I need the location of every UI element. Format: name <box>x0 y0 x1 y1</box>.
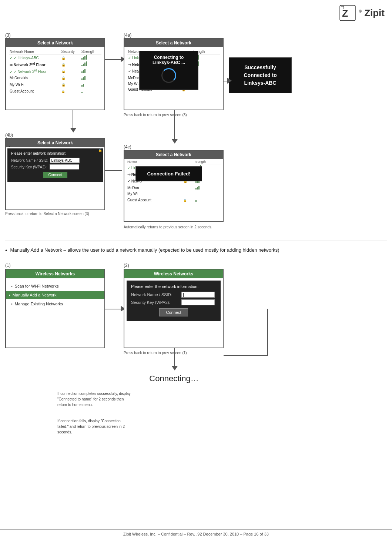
label-screen2: (2) <box>124 263 129 268</box>
connecting-desc2: If connection fails, display "Connection… <box>57 418 143 435</box>
key-label-2: Security Key (WPA2): <box>131 300 179 305</box>
wireless-header-2: Wireless Networks <box>124 269 223 278</box>
connecting-overlay-subtitle: Linksys-ABC ... <box>145 60 193 65</box>
table-row: Guest Account🔒 <box>127 197 221 203</box>
screen-wireless-2: Wireless Networks Please enter the netwo… <box>124 269 224 348</box>
key-input-2[interactable] <box>181 299 215 305</box>
network-table-3: Network Name Security Strength ✓ Linksys… <box>9 49 101 95</box>
wireless-header-1: Wireless Networks <box>6 269 104 278</box>
page-footer: Zipit Wireless, Inc. – Confidential – Re… <box>0 529 392 536</box>
key-input-4b[interactable] <box>50 164 79 170</box>
form-overlay-4b: Please enter network information: Networ… <box>7 148 103 182</box>
screen-4c-header: Select a Network <box>124 151 223 159</box>
connecting-title: Connecting… <box>111 374 237 383</box>
form-row-ssid-2: Network Name / SSID: <box>131 292 216 298</box>
form-row-key-4b: Security Key (WPA2): <box>11 164 99 170</box>
form-row-key-2: Security Key (WPA2): <box>131 299 216 305</box>
wireless-body-1: • Scan for Wi-Fi Networks • Manually Add… <box>6 278 104 312</box>
label-4b: (4b) <box>5 133 13 138</box>
ssid-input-2[interactable] <box>181 292 215 298</box>
bullet-section: • Manually Add a Network – allows the us… <box>5 247 387 254</box>
back-label-4b: Press back to return to Select a Network… <box>5 212 89 216</box>
form-overlay-2: Please enter the network information: Ne… <box>127 281 221 321</box>
ssid-label-4b: Network Name / SSID: <box>11 158 48 162</box>
label-4a: (4a) <box>124 33 131 38</box>
table-row: My Wi-Fi 🔒 <box>9 81 101 88</box>
screen-wireless-1: Wireless Networks • Scan for Wi-Fi Netwo… <box>5 269 105 348</box>
table-row: ✓ Linksys-ABC 🔒 <box>9 54 101 61</box>
table-row: McDon <box>127 184 221 191</box>
arrow-2-to-connecting-v <box>174 348 175 367</box>
back-label-screen2: Press back to return to prev screen (1) <box>124 351 187 355</box>
screen-4a-header: Select a Network <box>124 39 223 47</box>
back-label-4a: Press back to return to prev screen (3) <box>124 113 187 117</box>
menu-item-manage: • Manage Existing Networks <box>11 300 99 308</box>
form-row-ssid-4b: Network Name / SSID: <box>11 158 99 163</box>
arrow-4a-to-4b-head <box>70 128 76 133</box>
logo: Z ® Zipit <box>338 4 385 22</box>
auto-return-label: Automatically returns to previous screen… <box>124 225 212 229</box>
table-row: McDonalds 🔒 <box>9 75 101 81</box>
divider <box>5 241 387 241</box>
footer-text: Zipit Wireless, Inc. – Confidential – Re… <box>123 532 269 536</box>
arrow-2-to-connecting-head <box>172 366 178 370</box>
screen-4c: Select a Network Netwotrength ✓ Linksys … <box>124 150 224 222</box>
bullet-text: Manually Add a Network – allows the user… <box>10 247 279 253</box>
connect-button-2[interactable]: Connect <box>159 308 188 316</box>
ssid-input-4b[interactable] <box>50 158 80 163</box>
logo-text: ® Zipit <box>359 7 385 19</box>
key-label-4b: Security Key (WPA2): <box>11 165 48 169</box>
table-row: My Wi- <box>127 191 221 197</box>
form-title-2: Please enter the network information: <box>131 284 216 289</box>
menu-item-manually-add[interactable]: • Manually Add a Network <box>6 291 104 299</box>
table-row: ⇒ Network 2nd Floor 🔒 <box>9 61 101 68</box>
screen-3-header: Select a Network <box>6 39 104 47</box>
table-row: Guest Account 🔒 <box>9 88 101 95</box>
success-box: Successfully Connected to Linksys-ABC <box>229 57 292 93</box>
arrow-4a-to-4c-v <box>174 110 175 140</box>
arrow-back-2-to-1-v <box>267 309 268 355</box>
arrow-4a-success-head <box>227 78 232 84</box>
table-row: ✓ Network 3rd Floor 🔒 <box>9 68 101 74</box>
arrow-1-to-2 <box>105 309 122 309</box>
connection-failed-overlay: Connection Failed! <box>135 166 202 181</box>
label-3: (3) <box>5 33 11 38</box>
arrow-back-2-to-1-h <box>224 355 268 356</box>
label-4c: (4c) <box>124 144 131 150</box>
label-screen1: (1) <box>5 263 11 268</box>
connecting-overlay-title: Connecting to <box>145 55 193 60</box>
connecting-desc1: If connection completes successfully, di… <box>57 391 143 407</box>
menu-item-scan: • Scan for Wi-Fi Networks <box>11 282 99 290</box>
screen-4a: Select a Network Networtrength ✓ Linksys… <box>124 38 224 110</box>
ssid-label-2: Network Name / SSID: <box>131 292 179 297</box>
arrow-4b-to-4a <box>105 170 122 171</box>
connecting-spinner <box>161 68 176 83</box>
connect-button-4b[interactable]: Connect <box>43 172 67 178</box>
connecting-overlay-4a: Connecting to Linksys-ABC ... <box>139 51 198 90</box>
menu-item-manage-label: Manage Existing Networks <box>15 302 63 306</box>
screen-4b: Select a Network ✓ Please enter network … <box>5 138 105 210</box>
arrow-3-to-4a <box>105 59 122 60</box>
arrow-4a-to-4b-v <box>73 110 73 129</box>
svg-text:Z: Z <box>342 8 348 19</box>
zipit-logo-icon: Z <box>338 4 357 22</box>
screen-3: Select a Network Network Name Security S… <box>5 38 105 110</box>
bullet-point: • <box>5 247 7 254</box>
menu-item-manually-add-label: Manually Add a Network <box>13 293 57 297</box>
arrow-4a-to-4c-head <box>172 139 178 144</box>
menu-item-scan-label: Scan for Wi-Fi Networks <box>15 284 59 288</box>
